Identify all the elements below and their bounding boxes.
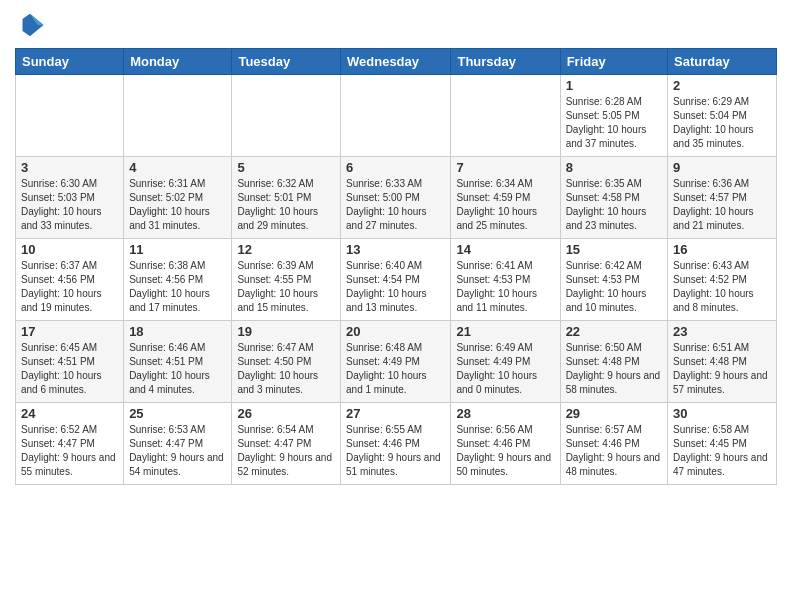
day-info: Sunrise: 6:38 AM Sunset: 4:56 PM Dayligh… — [129, 259, 226, 315]
day-info: Sunrise: 6:40 AM Sunset: 4:54 PM Dayligh… — [346, 259, 445, 315]
calendar-day-header: Thursday — [451, 49, 560, 75]
calendar-cell: 14Sunrise: 6:41 AM Sunset: 4:53 PM Dayli… — [451, 239, 560, 321]
calendar-table: SundayMondayTuesdayWednesdayThursdayFrid… — [15, 48, 777, 485]
calendar-day-header: Monday — [124, 49, 232, 75]
day-number: 6 — [346, 160, 445, 175]
day-info: Sunrise: 6:31 AM Sunset: 5:02 PM Dayligh… — [129, 177, 226, 233]
day-number: 17 — [21, 324, 118, 339]
calendar-cell: 23Sunrise: 6:51 AM Sunset: 4:48 PM Dayli… — [668, 321, 777, 403]
calendar-cell: 24Sunrise: 6:52 AM Sunset: 4:47 PM Dayli… — [16, 403, 124, 485]
day-number: 21 — [456, 324, 554, 339]
calendar-cell: 18Sunrise: 6:46 AM Sunset: 4:51 PM Dayli… — [124, 321, 232, 403]
calendar-day-header: Sunday — [16, 49, 124, 75]
calendar-cell: 2Sunrise: 6:29 AM Sunset: 5:04 PM Daylig… — [668, 75, 777, 157]
calendar-cell — [124, 75, 232, 157]
day-number: 8 — [566, 160, 662, 175]
day-number: 18 — [129, 324, 226, 339]
day-number: 22 — [566, 324, 662, 339]
calendar-cell: 21Sunrise: 6:49 AM Sunset: 4:49 PM Dayli… — [451, 321, 560, 403]
day-info: Sunrise: 6:43 AM Sunset: 4:52 PM Dayligh… — [673, 259, 771, 315]
day-number: 25 — [129, 406, 226, 421]
calendar-cell: 26Sunrise: 6:54 AM Sunset: 4:47 PM Dayli… — [232, 403, 341, 485]
day-info: Sunrise: 6:54 AM Sunset: 4:47 PM Dayligh… — [237, 423, 335, 479]
day-info: Sunrise: 6:39 AM Sunset: 4:55 PM Dayligh… — [237, 259, 335, 315]
calendar-week-row: 10Sunrise: 6:37 AM Sunset: 4:56 PM Dayli… — [16, 239, 777, 321]
calendar-cell: 1Sunrise: 6:28 AM Sunset: 5:05 PM Daylig… — [560, 75, 667, 157]
calendar-cell: 3Sunrise: 6:30 AM Sunset: 5:03 PM Daylig… — [16, 157, 124, 239]
calendar-cell: 12Sunrise: 6:39 AM Sunset: 4:55 PM Dayli… — [232, 239, 341, 321]
page-container: SundayMondayTuesdayWednesdayThursdayFrid… — [0, 0, 792, 612]
calendar-cell: 16Sunrise: 6:43 AM Sunset: 4:52 PM Dayli… — [668, 239, 777, 321]
day-info: Sunrise: 6:33 AM Sunset: 5:00 PM Dayligh… — [346, 177, 445, 233]
calendar-cell: 20Sunrise: 6:48 AM Sunset: 4:49 PM Dayli… — [341, 321, 451, 403]
calendar-cell: 25Sunrise: 6:53 AM Sunset: 4:47 PM Dayli… — [124, 403, 232, 485]
day-info: Sunrise: 6:48 AM Sunset: 4:49 PM Dayligh… — [346, 341, 445, 397]
day-number: 24 — [21, 406, 118, 421]
calendar-day-header: Friday — [560, 49, 667, 75]
calendar-cell: 28Sunrise: 6:56 AM Sunset: 4:46 PM Dayli… — [451, 403, 560, 485]
calendar-cell: 11Sunrise: 6:38 AM Sunset: 4:56 PM Dayli… — [124, 239, 232, 321]
calendar-header-row: SundayMondayTuesdayWednesdayThursdayFrid… — [16, 49, 777, 75]
day-info: Sunrise: 6:53 AM Sunset: 4:47 PM Dayligh… — [129, 423, 226, 479]
calendar-cell: 5Sunrise: 6:32 AM Sunset: 5:01 PM Daylig… — [232, 157, 341, 239]
day-number: 13 — [346, 242, 445, 257]
calendar-week-row: 17Sunrise: 6:45 AM Sunset: 4:51 PM Dayli… — [16, 321, 777, 403]
calendar-cell: 27Sunrise: 6:55 AM Sunset: 4:46 PM Dayli… — [341, 403, 451, 485]
calendar-cell: 8Sunrise: 6:35 AM Sunset: 4:58 PM Daylig… — [560, 157, 667, 239]
calendar-cell: 29Sunrise: 6:57 AM Sunset: 4:46 PM Dayli… — [560, 403, 667, 485]
day-number: 3 — [21, 160, 118, 175]
day-info: Sunrise: 6:42 AM Sunset: 4:53 PM Dayligh… — [566, 259, 662, 315]
day-info: Sunrise: 6:56 AM Sunset: 4:46 PM Dayligh… — [456, 423, 554, 479]
calendar-cell: 4Sunrise: 6:31 AM Sunset: 5:02 PM Daylig… — [124, 157, 232, 239]
logo — [15, 10, 49, 40]
day-info: Sunrise: 6:51 AM Sunset: 4:48 PM Dayligh… — [673, 341, 771, 397]
day-info: Sunrise: 6:45 AM Sunset: 4:51 PM Dayligh… — [21, 341, 118, 397]
logo-icon — [15, 10, 45, 40]
day-info: Sunrise: 6:57 AM Sunset: 4:46 PM Dayligh… — [566, 423, 662, 479]
day-info: Sunrise: 6:50 AM Sunset: 4:48 PM Dayligh… — [566, 341, 662, 397]
day-number: 2 — [673, 78, 771, 93]
calendar-cell: 17Sunrise: 6:45 AM Sunset: 4:51 PM Dayli… — [16, 321, 124, 403]
day-info: Sunrise: 6:36 AM Sunset: 4:57 PM Dayligh… — [673, 177, 771, 233]
day-number: 9 — [673, 160, 771, 175]
day-number: 5 — [237, 160, 335, 175]
day-info: Sunrise: 6:49 AM Sunset: 4:49 PM Dayligh… — [456, 341, 554, 397]
day-info: Sunrise: 6:29 AM Sunset: 5:04 PM Dayligh… — [673, 95, 771, 151]
day-info: Sunrise: 6:28 AM Sunset: 5:05 PM Dayligh… — [566, 95, 662, 151]
calendar-cell: 13Sunrise: 6:40 AM Sunset: 4:54 PM Dayli… — [341, 239, 451, 321]
day-number: 29 — [566, 406, 662, 421]
calendar-week-row: 3Sunrise: 6:30 AM Sunset: 5:03 PM Daylig… — [16, 157, 777, 239]
calendar-week-row: 1Sunrise: 6:28 AM Sunset: 5:05 PM Daylig… — [16, 75, 777, 157]
day-info: Sunrise: 6:47 AM Sunset: 4:50 PM Dayligh… — [237, 341, 335, 397]
day-number: 14 — [456, 242, 554, 257]
day-number: 16 — [673, 242, 771, 257]
day-info: Sunrise: 6:46 AM Sunset: 4:51 PM Dayligh… — [129, 341, 226, 397]
day-number: 26 — [237, 406, 335, 421]
calendar-cell — [451, 75, 560, 157]
day-info: Sunrise: 6:32 AM Sunset: 5:01 PM Dayligh… — [237, 177, 335, 233]
day-info: Sunrise: 6:41 AM Sunset: 4:53 PM Dayligh… — [456, 259, 554, 315]
calendar-cell: 6Sunrise: 6:33 AM Sunset: 5:00 PM Daylig… — [341, 157, 451, 239]
calendar-day-header: Wednesday — [341, 49, 451, 75]
calendar-cell — [232, 75, 341, 157]
calendar-week-row: 24Sunrise: 6:52 AM Sunset: 4:47 PM Dayli… — [16, 403, 777, 485]
day-number: 1 — [566, 78, 662, 93]
calendar-cell: 7Sunrise: 6:34 AM Sunset: 4:59 PM Daylig… — [451, 157, 560, 239]
calendar-cell: 15Sunrise: 6:42 AM Sunset: 4:53 PM Dayli… — [560, 239, 667, 321]
day-number: 30 — [673, 406, 771, 421]
calendar-cell — [341, 75, 451, 157]
calendar-cell: 30Sunrise: 6:58 AM Sunset: 4:45 PM Dayli… — [668, 403, 777, 485]
day-info: Sunrise: 6:30 AM Sunset: 5:03 PM Dayligh… — [21, 177, 118, 233]
day-info: Sunrise: 6:55 AM Sunset: 4:46 PM Dayligh… — [346, 423, 445, 479]
calendar-cell: 9Sunrise: 6:36 AM Sunset: 4:57 PM Daylig… — [668, 157, 777, 239]
day-number: 23 — [673, 324, 771, 339]
day-number: 15 — [566, 242, 662, 257]
day-number: 7 — [456, 160, 554, 175]
day-info: Sunrise: 6:37 AM Sunset: 4:56 PM Dayligh… — [21, 259, 118, 315]
day-number: 12 — [237, 242, 335, 257]
day-number: 28 — [456, 406, 554, 421]
day-number: 27 — [346, 406, 445, 421]
day-info: Sunrise: 6:58 AM Sunset: 4:45 PM Dayligh… — [673, 423, 771, 479]
calendar-cell — [16, 75, 124, 157]
day-number: 19 — [237, 324, 335, 339]
